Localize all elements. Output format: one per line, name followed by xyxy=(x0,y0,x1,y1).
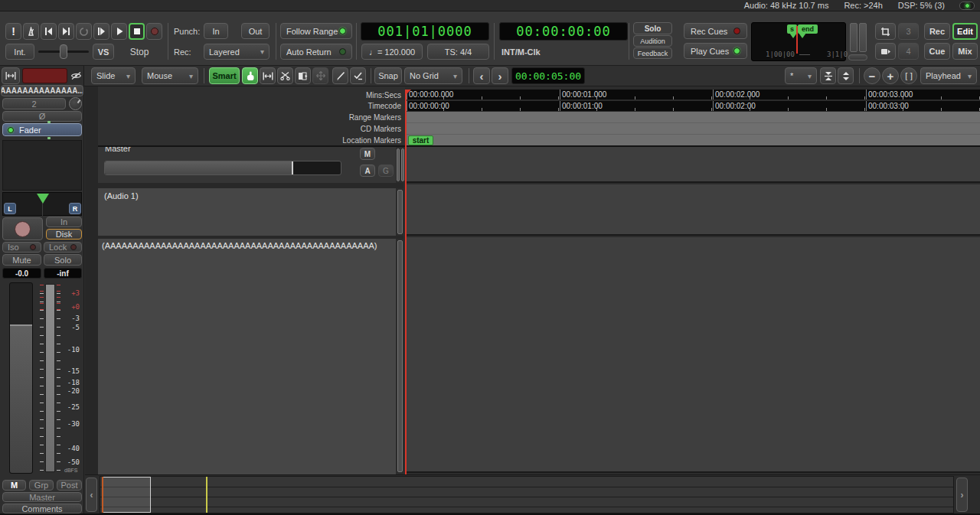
content-tool-button[interactable] xyxy=(350,67,366,84)
ruler-location-markers-lane[interactable]: start xyxy=(405,135,980,146)
summary-scroll-left-button[interactable]: ‹ xyxy=(86,478,97,512)
trim-knob[interactable] xyxy=(69,97,82,110)
zoom-focus-dropdown[interactable]: Playhead xyxy=(920,67,977,84)
auto-return-button[interactable]: Auto Return xyxy=(280,44,352,60)
canvas-track-row-audio1[interactable] xyxy=(405,184,980,236)
feedback-indicator-button[interactable]: Feedback xyxy=(633,47,672,59)
zoom-to-session-button[interactable]: [] xyxy=(900,67,917,84)
gain-fader[interactable] xyxy=(9,282,33,474)
solo-lock-button[interactable]: Lock xyxy=(44,242,82,253)
input-count-button[interactable]: 2 xyxy=(2,98,66,109)
solo-button[interactable]: Solo xyxy=(44,254,82,266)
track-header-audio2[interactable]: (AAAAAAAAAAAAAAAAAAAAAAAAAAAAAAAAAAAAAAA… xyxy=(98,239,396,474)
mini-timeline[interactable]: s end 1|00|00 3|1|0 xyxy=(751,22,846,61)
midi-panic-button[interactable]: ! xyxy=(5,23,21,40)
audio1-track-name[interactable]: (Audio 1) xyxy=(104,191,139,200)
ruler-minsec-lane[interactable]: 00:00:00.000 00:00:01.000 00:00:02.000 0… xyxy=(405,90,980,100)
loop-button[interactable] xyxy=(76,23,92,40)
maximize-editor-button[interactable] xyxy=(875,23,896,40)
monitor-dim-button[interactable] xyxy=(848,54,867,60)
strip-track-name-button[interactable]: AAAAAAAAAAAAAA... xyxy=(1,85,83,96)
tab-editor[interactable]: Edit xyxy=(952,23,978,40)
play-button[interactable] xyxy=(111,23,127,40)
monitor-input-button[interactable]: In xyxy=(46,217,82,227)
ruler-label-cd-markers[interactable]: CD Markers xyxy=(361,125,401,133)
record-arm-button[interactable] xyxy=(2,217,43,240)
shrink-tracks-button[interactable] xyxy=(820,67,836,84)
rec-mode-dropdown[interactable]: Layered xyxy=(204,44,270,60)
sync-source-display[interactable]: INT/M-Clk xyxy=(501,44,541,60)
ruler-label-timecode[interactable]: Timecode xyxy=(368,102,401,110)
punch-in-button[interactable]: In xyxy=(204,23,228,39)
playhead[interactable] xyxy=(405,90,407,474)
shuttle-slider[interactable] xyxy=(38,51,89,53)
stop-button[interactable] xyxy=(129,23,145,40)
edit-mode-dropdown[interactable]: Slide xyxy=(91,67,136,84)
monitor-disk-button[interactable]: Disk xyxy=(46,229,82,240)
tab-recorder[interactable]: Rec xyxy=(924,23,950,40)
zoom-out-button[interactable]: − xyxy=(864,67,880,84)
phase-invert-button[interactable]: Ø xyxy=(2,111,82,122)
smart-mode-button[interactable]: Smart xyxy=(209,67,240,84)
track-color-swatch[interactable] xyxy=(22,68,67,83)
output-master-button[interactable]: Master xyxy=(2,492,82,502)
meter-point-button[interactable]: Post xyxy=(57,480,82,491)
solo-indicator-button[interactable]: Solo xyxy=(633,22,672,34)
gain-display[interactable]: -0.0 xyxy=(2,268,41,279)
ruler-label-range-markers[interactable]: Range Markers xyxy=(349,113,401,122)
master-automation-a-button[interactable]: A xyxy=(360,165,375,177)
ruler-label-location-markers[interactable]: Location Markers xyxy=(342,136,401,145)
tab-mixer[interactable]: Mix xyxy=(952,43,978,60)
draw-tool-button[interactable] xyxy=(332,67,348,84)
play-range-button[interactable] xyxy=(93,23,109,40)
metronome-button[interactable] xyxy=(23,23,39,40)
strip-width-button[interactable] xyxy=(2,67,20,84)
grid-dropdown[interactable]: No Grid xyxy=(404,67,462,84)
summary-view-rectangle[interactable] xyxy=(102,477,151,513)
audition-indicator-button[interactable]: Audition xyxy=(633,35,672,47)
marker-visibility-dropdown[interactable]: * xyxy=(785,67,817,84)
ruler-range-markers-lane[interactable] xyxy=(405,112,980,123)
tempo-button[interactable]: ♩= 120.000 xyxy=(361,44,423,60)
master-mute-button[interactable]: M xyxy=(360,148,375,160)
comments-button[interactable]: Comments xyxy=(2,504,82,513)
track-header-master[interactable]: Master M A G xyxy=(98,147,396,183)
play-cues-button[interactable]: Play Cues xyxy=(684,43,747,59)
stretch-tool-button[interactable] xyxy=(295,67,311,84)
zoom-in-button[interactable]: + xyxy=(882,67,899,84)
fader-automation-button[interactable]: Fader xyxy=(2,123,82,136)
canvas-track-row-master[interactable] xyxy=(405,147,980,183)
shuttle-handle[interactable] xyxy=(60,44,67,59)
master-gain-slider[interactable] xyxy=(104,161,341,175)
follow-range-button[interactable]: Follow Range xyxy=(280,23,352,39)
solo-isolate-button[interactable]: Iso xyxy=(2,242,41,253)
nudge-clock[interactable]: 00:00:05:00 xyxy=(511,67,585,84)
punch-out-button[interactable]: Out xyxy=(241,23,270,39)
gain-fader-handle-line[interactable] xyxy=(10,324,32,326)
meter-mode-button[interactable]: M xyxy=(2,480,26,491)
pan-left-button[interactable]: L xyxy=(4,203,16,214)
expand-tracks-button[interactable] xyxy=(838,67,854,84)
go-to-end-button[interactable] xyxy=(58,23,74,40)
time-signature-button[interactable]: TS: 4/4 xyxy=(427,44,489,60)
layout-3-button[interactable]: 3 xyxy=(898,23,919,40)
pan-handle[interactable] xyxy=(37,194,49,204)
ruler-cd-markers-lane[interactable] xyxy=(405,123,980,135)
rec-cues-button[interactable]: Rec Cues xyxy=(684,23,747,39)
start-marker[interactable]: start xyxy=(408,135,433,145)
mute-button[interactable]: Mute xyxy=(2,254,41,266)
record-button[interactable] xyxy=(146,23,162,40)
cut-tool-button[interactable] xyxy=(277,67,293,84)
summary-strip[interactable] xyxy=(100,476,954,513)
grab-tool-button[interactable] xyxy=(242,67,258,84)
range-tool-button[interactable] xyxy=(260,67,276,84)
track-header-audio1[interactable]: (Audio 1) xyxy=(98,188,396,236)
pan-right-button[interactable]: R xyxy=(69,203,81,214)
master-group-g-button[interactable]: G xyxy=(378,165,394,177)
primary-clock[interactable]: 001|01|0000 xyxy=(361,22,489,41)
processor-box[interactable] xyxy=(2,140,82,191)
sync-source-button[interactable]: Int. xyxy=(5,44,34,60)
audio2-track-name[interactable]: (AAAAAAAAAAAAAAAAAAAAAAAAAAAAAAAAAAAAAAA… xyxy=(102,241,377,250)
nudge-back-button[interactable]: ‹ xyxy=(473,67,490,84)
master-gain-handle[interactable] xyxy=(292,161,293,174)
